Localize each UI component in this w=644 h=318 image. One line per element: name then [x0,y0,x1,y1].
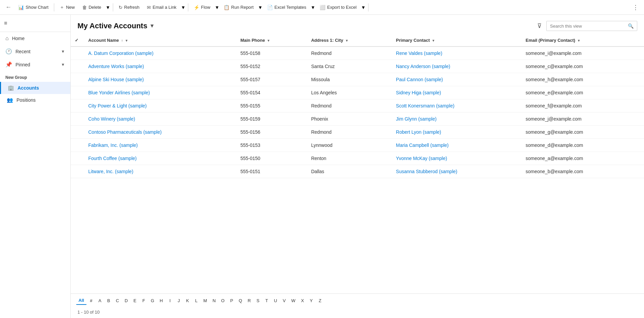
table-row[interactable]: Coho Winery (sample) 555-0159 Phoenix Ji… [71,113,644,126]
alpha-item-all[interactable]: All [76,296,87,305]
view-title-dropdown-icon[interactable]: ▼ [149,23,155,29]
alpha-item-a[interactable]: A [96,297,104,305]
alpha-item-r[interactable]: R [245,297,253,305]
alpha-item-g[interactable]: G [149,297,157,305]
cell-name-8[interactable]: Fourth Coffee (sample) [84,152,236,165]
table-row[interactable]: City Power & Light (sample) 555-0155 Red… [71,99,644,113]
cell-name-2[interactable]: Alpine Ski House (sample) [84,73,236,86]
email-dropdown[interactable]: ▼ [181,3,186,12]
new-button[interactable]: ＋ New [56,2,78,12]
alpha-item-d[interactable]: D [122,297,130,305]
search-button[interactable]: 🔍 [624,21,637,31]
cell-name-1[interactable]: Adventure Works (sample) [84,60,236,73]
row-checkbox-9[interactable] [71,165,84,178]
refresh-button[interactable]: ↻ Refresh [115,3,143,12]
email-link-button[interactable]: ✉ Email a Link [143,3,180,12]
excel-templates-button[interactable]: 📄 Excel Templates [264,3,310,12]
select-all-header[interactable]: ✓ [71,34,84,46]
col-header-contact[interactable]: Primary Contact ▼ [392,34,522,46]
cell-contact-3[interactable]: Sidney Higa (sample) [392,86,522,99]
run-report-button[interactable]: 📋 Run Report [220,3,257,12]
sidebar-item-recent[interactable]: 🕐 Recent ▼ [0,45,70,58]
cell-contact-7[interactable]: Maria Campbell (sample) [392,139,522,152]
cell-contact-0[interactable]: Rene Valdes (sample) [392,46,522,60]
cell-contact-6[interactable]: Robert Lyon (sample) [392,126,522,139]
export-excel-button[interactable]: ⬜ Export to Excel [316,3,360,12]
search-input[interactable] [547,22,624,31]
alpha-item-n[interactable]: N [210,297,218,305]
table-row[interactable]: Contoso Pharmaceuticals (sample) 555-015… [71,126,644,139]
col-header-city[interactable]: Address 1: City ▼ [307,34,392,46]
alpha-item-i[interactable]: I [166,297,174,305]
back-button[interactable]: ← [3,2,14,12]
table-row[interactable]: A. Datum Corporation (sample) 555-0158 R… [71,46,644,60]
alpha-item-j[interactable]: J [175,297,183,305]
col-header-phone[interactable]: Main Phone ▼ [236,34,307,46]
row-checkbox-8[interactable] [71,152,84,165]
sidebar-item-home[interactable]: ⌂ Home [0,32,70,45]
row-checkbox-6[interactable] [71,126,84,139]
cell-name-7[interactable]: Fabrikam, Inc. (sample) [84,139,236,152]
alpha-item-k[interactable]: K [184,297,192,305]
row-checkbox-2[interactable] [71,73,84,86]
run-report-dropdown[interactable]: ▼ [258,3,263,12]
alpha-item-h[interactable]: H [157,297,165,305]
table-row[interactable]: Fabrikam, Inc. (sample) 555-0153 Lynnwoo… [71,139,644,152]
col-header-name[interactable]: Account Name ↑ ▼ [84,34,236,46]
alpha-item-t[interactable]: T [263,297,271,305]
alpha-item-b[interactable]: B [105,297,113,305]
filter-button[interactable]: ⊽ [535,20,544,32]
delete-dropdown[interactable]: ▼ [105,3,111,12]
alpha-item-s[interactable]: S [254,297,262,305]
sidebar-item-accounts[interactable]: 🏢 Accounts [0,82,70,94]
cell-contact-5[interactable]: Jim Glynn (sample) [392,113,522,126]
sidebar-item-positions[interactable]: 👥 Positions [0,94,70,106]
cell-contact-9[interactable]: Susanna Stubberod (sample) [392,165,522,178]
cell-contact-1[interactable]: Nancy Anderson (sample) [392,60,522,73]
cell-name-4[interactable]: City Power & Light (sample) [84,99,236,113]
row-checkbox-0[interactable] [71,46,84,60]
alpha-item-v[interactable]: V [280,297,288,305]
row-checkbox-7[interactable] [71,139,84,152]
alpha-item-c[interactable]: C [114,297,122,305]
hamburger-menu-button[interactable]: ≡ [1,18,10,29]
cell-name-6[interactable]: Contoso Pharmaceuticals (sample) [84,126,236,139]
alpha-item-l[interactable]: L [192,297,200,305]
row-checkbox-5[interactable] [71,113,84,126]
cell-contact-2[interactable]: Paul Cannon (sample) [392,73,522,86]
cell-name-5[interactable]: Coho Winery (sample) [84,113,236,126]
table-row[interactable]: Litware, Inc. (sample) 555-0151 Dallas S… [71,165,644,178]
cell-name-0[interactable]: A. Datum Corporation (sample) [84,46,236,60]
alpha-item-z[interactable]: Z [316,297,324,305]
alpha-item-p[interactable]: P [228,297,236,305]
row-checkbox-4[interactable] [71,99,84,113]
alpha-item-e[interactable]: E [131,297,139,305]
alpha-item-w[interactable]: W [289,297,298,305]
delete-button[interactable]: 🗑 Delete [79,3,105,12]
alpha-item-y[interactable]: Y [307,297,315,305]
table-row[interactable]: Blue Yonder Airlines (sample) 555-0154 L… [71,86,644,99]
sidebar-item-pinned[interactable]: 📌 Pinned ▼ [0,58,70,71]
alpha-item-x[interactable]: X [298,297,307,305]
excel-templates-dropdown[interactable]: ▼ [310,3,316,12]
cell-name-3[interactable]: Blue Yonder Airlines (sample) [84,86,236,99]
cell-contact-4[interactable]: Scott Konersmann (sample) [392,99,522,113]
alpha-item-q[interactable]: Q [236,297,245,305]
more-options-button[interactable]: ⋮ [630,2,641,12]
alpha-item-m[interactable]: M [201,297,210,305]
alpha-item-u[interactable]: U [271,297,280,305]
flow-button[interactable]: ⚡ Flow [190,3,214,12]
export-dropdown[interactable]: ▼ [361,3,366,12]
col-header-email[interactable]: Email (Primary Contact) ▼ [521,34,644,46]
cell-name-9[interactable]: Litware, Inc. (sample) [84,165,236,178]
table-row[interactable]: Adventure Works (sample) 555-0152 Santa … [71,60,644,73]
flow-dropdown[interactable]: ▼ [214,3,220,12]
alpha-item-o[interactable]: O [219,297,227,305]
alpha-item-f[interactable]: F [140,297,148,305]
row-checkbox-1[interactable] [71,60,84,73]
alpha-item-#[interactable]: # [87,297,95,305]
cell-contact-8[interactable]: Yvonne McKay (sample) [392,152,522,165]
row-checkbox-3[interactable] [71,86,84,99]
table-row[interactable]: Alpine Ski House (sample) 555-0157 Misso… [71,73,644,86]
table-row[interactable]: Fourth Coffee (sample) 555-0150 Renton Y… [71,152,644,165]
